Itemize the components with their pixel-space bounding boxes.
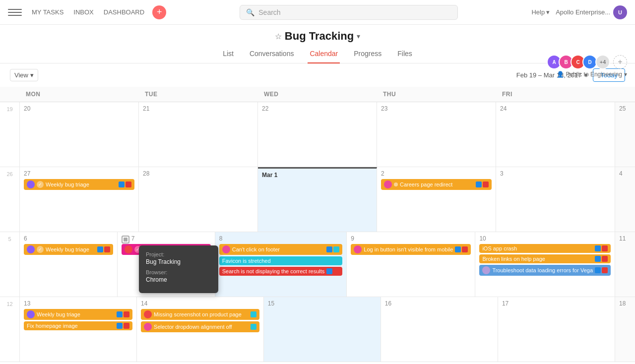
project-header: ☆ Bug Tracking ▾ A B C D +4 + 👤 Public t…: [0, 25, 635, 63]
inbox-link[interactable]: INBOX: [69, 6, 97, 18]
enterprise-button[interactable]: Apollo Enterprise... U: [556, 5, 627, 19]
event-icons-14: [244, 311, 256, 317]
event-icon-b10: [595, 256, 601, 262]
day-cell-22: 22: [258, 102, 377, 167]
project-title-row: ☆ Bug Tracking ▾: [275, 30, 360, 43]
tooltip-browser-value: Chrome: [146, 276, 211, 283]
tab-list[interactable]: List: [221, 45, 236, 63]
day-cell-23: 23: [377, 102, 496, 167]
event-weekly-bug-triage-1[interactable]: ✓ Weekly bug triage: [24, 179, 134, 190]
view-dropdown-button[interactable]: View ▾: [10, 69, 38, 81]
event-avatar-9: [144, 310, 152, 318]
event-icons-2: [476, 182, 489, 187]
event-icon-o14: [244, 311, 250, 317]
event-fix-homepage[interactable]: Fix homepage image: [24, 321, 132, 330]
visibility-row[interactable]: 👤 Public to Engineering ▾: [557, 71, 627, 78]
day-cell-16: 16: [381, 297, 498, 362]
event-avatar-10: [144, 323, 152, 331]
top-nav: MY TASKS INBOX DASHBOARD + 🔍 Search Help…: [0, 0, 635, 25]
event-login-button[interactable]: Log in button isn't visible from mobile: [351, 244, 471, 255]
event-broken-links[interactable]: Broken links on help page: [479, 254, 611, 263]
nav-links: MY TASKS INBOX DASHBOARD: [28, 6, 148, 18]
event-missing-screenshot[interactable]: Missing screenshot on product page: [141, 309, 259, 320]
event-icon-b12: [117, 311, 123, 317]
tooltip-project-label: Project:: [146, 251, 211, 257]
event-weekly-bug-triage-2[interactable]: ✓ Weekly bug triage: [24, 244, 113, 255]
week-row-2: 26 27 ✓ Weekly bug triage 28 Mar 1 2: [0, 167, 635, 232]
event-cant-click-footer[interactable]: Can't click on footer: [219, 244, 343, 255]
event-careers-page[interactable]: Careers page redirect: [381, 179, 492, 190]
event-icon-r12: [124, 311, 129, 317]
event-troubleshoot-vega[interactable]: Troubleshoot data loading errors for Veg…: [479, 265, 611, 276]
member-avatars: A B C D: [547, 55, 597, 69]
day-cell-17: 17: [498, 297, 615, 362]
event-avatar-2: [384, 181, 392, 188]
event-title-vega: Troubleshoot data loading errors for Veg…: [492, 267, 593, 273]
event-icon-b5: [326, 246, 332, 252]
add-project-button[interactable]: +: [152, 5, 166, 19]
event-icon-b13: [117, 323, 123, 329]
event-icons-3: [97, 246, 110, 252]
event-icon-t6: [333, 258, 339, 264]
event-icons-7: [326, 268, 339, 274]
my-tasks-link[interactable]: MY TASKS: [28, 6, 67, 18]
member-count-badge[interactable]: +4: [595, 55, 610, 69]
event-icon-blue: [119, 182, 125, 187]
tab-progress[interactable]: Progress: [352, 45, 383, 63]
project-chevron-icon[interactable]: ▾: [357, 32, 360, 40]
search-area: 🔍 Search: [166, 5, 531, 20]
tooltip-project-row: Project: Bug Tracking: [146, 251, 211, 265]
event-title-3: Weekly bug triage: [37, 311, 115, 317]
tab-calendar[interactable]: Calendar: [308, 45, 340, 63]
day-cell-15: 15: [264, 297, 381, 362]
event-icon-t5: [333, 246, 339, 252]
event-search-not-displaying[interactable]: Search is not displaying the correct res…: [219, 267, 343, 276]
event-selector-dropdown[interactable]: Selector dropdown alignment off: [141, 321, 259, 332]
event-weekly-bug-triage-3[interactable]: Weekly bug triage: [24, 309, 132, 320]
event-icons-15: [251, 324, 256, 330]
day-cell-27: 27 ✓ Weekly bug triage: [20, 167, 139, 232]
day-header-fri: FRI: [496, 87, 615, 102]
user-avatar: U: [613, 5, 627, 19]
day-badge-icon: [122, 236, 129, 243]
day-cell-2: 2 Careers page redirect: [377, 167, 496, 232]
event-icons-5: [326, 246, 339, 252]
event-title-fix-homepage: Fix homepage image: [27, 323, 115, 329]
event-ios-crash[interactable]: iOS app crash: [479, 244, 611, 253]
tab-files[interactable]: Files: [395, 45, 414, 63]
event-icon-r13: [124, 323, 129, 329]
event-avatar-5: [222, 245, 230, 253]
calendar-day-headers: MON TUE WED THU FRI: [0, 87, 635, 102]
day-cell-11: 11: [615, 232, 635, 297]
event-icon-b7: [326, 268, 332, 274]
event-title-search: Search is not displaying the correct res…: [222, 268, 325, 274]
event-title-careers: Careers page redirect: [400, 182, 474, 187]
event-icons-6: [333, 258, 339, 264]
event-icon-r3: [104, 246, 110, 252]
event-tooltip: Project: Bug Tracking Browser: Chrome: [139, 245, 218, 293]
hamburger-menu[interactable]: [8, 5, 22, 19]
day-header-mon: MON: [20, 87, 139, 102]
star-icon[interactable]: ☆: [275, 32, 282, 41]
week-row-3: 5 6 ✓ Weekly bug triage 7: [0, 232, 635, 297]
search-placeholder: Search: [258, 8, 280, 16]
tooltip-browser-label: Browser:: [146, 269, 211, 275]
nav-right: Help ▾ Apollo Enterprise... U: [531, 5, 627, 19]
event-title-broken-links: Broken links on help page: [482, 256, 593, 262]
event-avatar: [27, 181, 35, 188]
event-icon-t14: [251, 311, 256, 317]
week-num-19: 19: [0, 102, 20, 167]
dashboard-link[interactable]: DASHBOARD: [100, 6, 148, 18]
event-icon-r7: [333, 268, 339, 274]
event-icon-t15: [251, 324, 256, 330]
add-member-button[interactable]: +: [613, 55, 627, 69]
day-cell-13: 13 Weekly bug triage Fix homepage image: [20, 297, 137, 362]
visibility-chevron-icon: ▾: [624, 71, 627, 78]
event-avatar-6: [354, 245, 362, 253]
day-header-wed: WED: [258, 87, 377, 102]
tab-conversations[interactable]: Conversations: [248, 45, 296, 63]
event-favicon-stretched[interactable]: Favicon is stretched: [219, 256, 343, 265]
help-button[interactable]: Help ▾: [531, 8, 550, 16]
search-box[interactable]: 🔍 Search: [240, 5, 458, 20]
event-icon-b3: [97, 246, 103, 252]
